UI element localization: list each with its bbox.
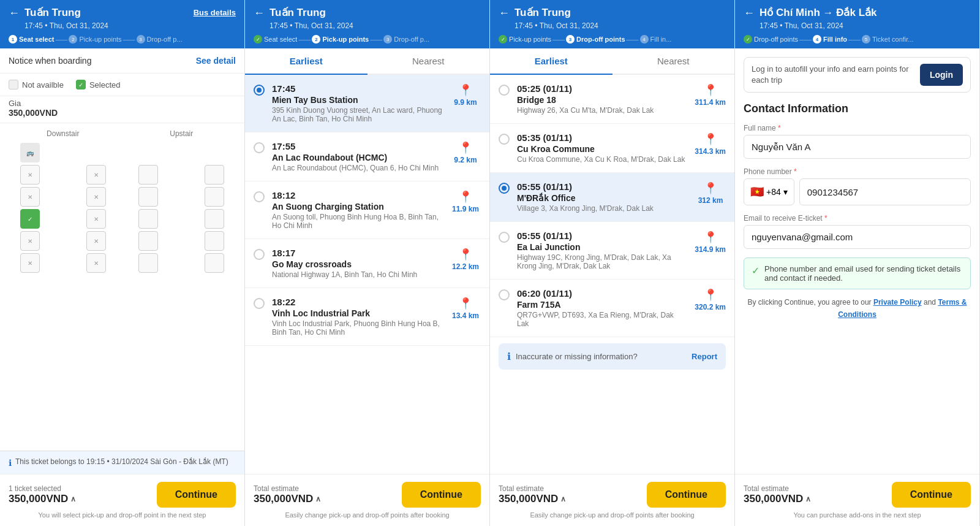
- unavail-seat[interactable]: ✕: [20, 253, 40, 273]
- continue-button[interactable]: Continue: [647, 482, 726, 508]
- email-input[interactable]: [744, 225, 971, 249]
- country-select[interactable]: 🇻🇳 +84 ▾: [744, 178, 794, 205]
- seat-row: ✕ ✕: [9, 253, 118, 273]
- seat-row: [127, 231, 236, 251]
- trip-name: Tuấn Trung: [24, 6, 189, 19]
- stop-addr: 395 Kinh Duong Vuong street, An Lac ward…: [272, 106, 443, 123]
- panel1-footer: 1 ticket selected 350,000VND ∧ Continue …: [0, 474, 244, 526]
- avail-seat[interactable]: [205, 209, 224, 229]
- stop-item[interactable]: 06:20 (01/11) Farm 715A QR7G+VWP, DT693,…: [490, 280, 734, 337]
- panel3-header: ← Tuấn Trung 17:45 • Thu, Oct 31, 2024 ✓…: [490, 0, 734, 48]
- selected-seat[interactable]: ✓: [20, 209, 40, 229]
- notice-text: Notice when boarding: [9, 56, 91, 66]
- tab-nearest[interactable]: Nearest: [612, 48, 735, 75]
- downstair-grid: 🚌 ✕ ✕ ✕ ✕ ✓: [9, 143, 118, 273]
- unavail-seat[interactable]: ✕: [86, 187, 106, 207]
- panel-pickup: ← Tuấn Trung 17:45 • Thu, Oct 31, 2024 ✓…: [245, 0, 490, 526]
- continue-button[interactable]: Continue: [892, 482, 971, 508]
- back-button[interactable]: ←: [254, 7, 265, 18]
- avail-seat[interactable]: [205, 231, 224, 251]
- unavail-seat[interactable]: ✕: [86, 253, 106, 273]
- step-1: ✓ Seat select: [254, 35, 297, 44]
- stop-item[interactable]: 05:55 (01/11) Ea Lai Junction Highway 19…: [490, 222, 734, 280]
- stop-item[interactable]: 05:35 (01/11) Cu Kroa Commune Cu Kroa Co…: [490, 124, 734, 173]
- stop-item[interactable]: 05:55 (01/11) M'ĐRắk Office Village 3, X…: [490, 173, 734, 222]
- login-button[interactable]: Login: [920, 64, 963, 86]
- stop-name: Go May crossroads: [272, 259, 443, 269]
- avail-seat[interactable]: [138, 165, 158, 185]
- dropoff-stop-list: 05:25 (01/11) Bridge 18 Highway 26, Xa C…: [490, 75, 734, 474]
- panel4-footer: Total estimate 350,000VND ∧ Continue You…: [735, 474, 979, 526]
- email-label: Email to receive E-ticket *: [744, 214, 971, 223]
- bus-details-link[interactable]: Bus details: [194, 8, 236, 17]
- unavail-seat[interactable]: ✕: [20, 187, 40, 207]
- stop-name: Ea Lai Junction: [517, 242, 687, 252]
- footer-note: Easily change pick-up and drop-off point…: [254, 511, 481, 519]
- estimate-area: Total estimate 350,000VND ∧: [499, 484, 566, 505]
- unavail-seat[interactable]: ✕: [20, 231, 40, 251]
- empty-seat: [138, 143, 158, 162]
- dist-value: 311.4 km: [695, 98, 726, 107]
- stop-item[interactable]: 17:45 Mien Tay Bus Station 395 Kinh Duon…: [245, 75, 489, 132]
- seat-row: [127, 187, 236, 207]
- phone-field: Phone number * 🇻🇳 +84 ▾: [744, 167, 971, 205]
- back-button[interactable]: ←: [499, 7, 510, 18]
- tab-earliest[interactable]: Earliest: [245, 48, 368, 75]
- empty-seat: [160, 143, 180, 162]
- avail-seat[interactable]: [205, 253, 224, 273]
- avail-seat[interactable]: [205, 187, 224, 207]
- trip-name: Tuấn Trung: [514, 6, 726, 19]
- avail-seat[interactable]: [205, 165, 224, 185]
- empty-seat: [183, 143, 202, 162]
- stop-item[interactable]: 17:55 An Lac Roundabout (HCMC) An Lac Ro…: [245, 132, 489, 181]
- chevron-up-icon[interactable]: ∧: [805, 495, 811, 503]
- avail-seat[interactable]: [138, 209, 158, 229]
- stop-item[interactable]: 18:12 An Suong Charging Station An Suong…: [245, 181, 489, 239]
- chevron-up-icon[interactable]: ∧: [315, 495, 321, 503]
- trip-name: Tuấn Trung: [270, 6, 481, 19]
- location-icon: 📍: [704, 231, 717, 244]
- report-link[interactable]: Report: [692, 352, 717, 361]
- stop-addr: National Highway 1A, Binh Tan, Ho Chi Mi…: [272, 270, 443, 279]
- tab-nearest[interactable]: Nearest: [368, 48, 490, 75]
- inaccurate-bar: ℹ Inaccurate or missing information? Rep…: [499, 343, 726, 370]
- back-button[interactable]: ←: [9, 7, 20, 18]
- unavail-seat[interactable]: ✕: [86, 209, 106, 229]
- unavail-seat[interactable]: ✕: [20, 165, 40, 185]
- stop-radio: [254, 85, 265, 96]
- see-detail-link[interactable]: See detail: [196, 56, 236, 66]
- private-policy-link[interactable]: Private Policy: [873, 298, 922, 307]
- chevron-up-icon[interactable]: ∧: [70, 495, 76, 503]
- chevron-up-icon[interactable]: ∧: [560, 495, 566, 503]
- back-button[interactable]: ←: [744, 7, 755, 18]
- avail-seat[interactable]: [138, 187, 158, 207]
- full-name-input[interactable]: [744, 135, 971, 159]
- stop-addr: Village 3, Xa Krong Jing, M'Drak, Dak La…: [517, 204, 688, 213]
- stop-radio: [254, 249, 265, 260]
- continue-button[interactable]: Continue: [402, 482, 481, 508]
- stop-info: 06:20 (01/11) Farm 715A QR7G+VWP, DT693,…: [517, 288, 687, 328]
- footer-price: 350,000VND ∧: [254, 493, 321, 505]
- panel3-footer: Total estimate 350,000VND ∧ Continue Eas…: [490, 474, 734, 526]
- avail-seat[interactable]: [138, 231, 158, 251]
- stop-time: 06:20 (01/11): [517, 288, 687, 299]
- continue-button[interactable]: Continue: [157, 482, 236, 508]
- stop-item[interactable]: 05:25 (01/11) Bridge 18 Highway 26, Xa C…: [490, 75, 734, 124]
- unavail-seat[interactable]: ✕: [86, 165, 106, 185]
- empty-seat: [42, 231, 62, 251]
- stop-item[interactable]: 18:22 Vinh Loc Industrial Park Vinh Loc …: [245, 288, 489, 346]
- panel-seat-select: ← Tuấn Trung Bus details 17:45 • Thu, Oc…: [0, 0, 245, 526]
- avail-seat[interactable]: [138, 253, 158, 273]
- stop-info: 05:35 (01/11) Cu Kroa Commune Cu Kroa Co…: [517, 132, 687, 164]
- stop-time: 18:22: [272, 297, 443, 307]
- stop-item[interactable]: 18:17 Go May crossroads National Highway…: [245, 239, 489, 288]
- tab-earliest[interactable]: Earliest: [490, 48, 612, 75]
- unavail-seat[interactable]: ✕: [86, 231, 106, 251]
- stop-info: 17:45 Mien Tay Bus Station 395 Kinh Duon…: [272, 83, 443, 123]
- seat-map: Downstair 🚌 ✕ ✕ ✕ ✕: [0, 123, 244, 451]
- location-icon: 📍: [704, 83, 717, 97]
- check-icon: ✓: [752, 265, 760, 276]
- stop-info: 05:55 (01/11) M'ĐRắk Office Village 3, X…: [517, 181, 688, 213]
- phone-input[interactable]: [799, 178, 971, 205]
- empty-seat: [42, 165, 62, 185]
